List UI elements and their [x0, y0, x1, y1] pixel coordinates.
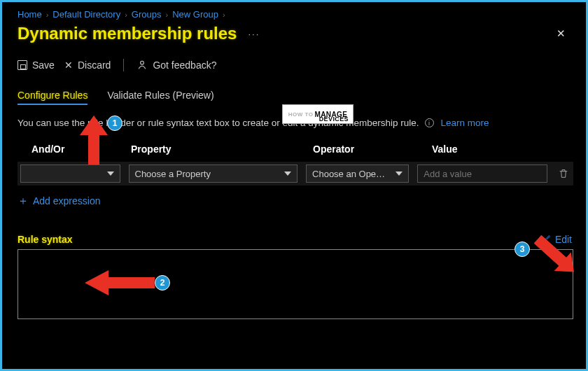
edit-syntax-button[interactable]: Edit	[542, 233, 572, 245]
chevron-down-icon	[396, 172, 402, 176]
breadcrumb: Home › Default Directory › Groups › New …	[18, 9, 573, 20]
info-icon[interactable]: i	[425, 118, 434, 127]
breadcrumb-item[interactable]: Default Directory	[52, 9, 120, 20]
save-label: Save	[32, 59, 55, 71]
header-value: Value	[432, 144, 572, 155]
watermark-logo: HOW TO MANAGE DEVICES	[282, 104, 354, 124]
breadcrumb-item[interactable]: New Group	[172, 9, 218, 20]
feedback-label: Got feedback?	[153, 59, 216, 71]
close-button[interactable]: ✕	[551, 24, 570, 43]
rule-syntax-textbox[interactable]	[18, 249, 573, 319]
header-andor: And/Or	[19, 144, 131, 155]
plus-icon: ＋	[18, 196, 29, 206]
header-operator: Operator	[313, 144, 432, 155]
logo-howto: HOW TO	[288, 111, 314, 118]
discard-button[interactable]: Discard	[64, 59, 111, 71]
add-expression-button[interactable]: ＋ Add expression	[18, 195, 573, 206]
discard-icon	[64, 59, 73, 71]
trash-icon	[558, 168, 569, 179]
feedback-icon	[136, 59, 148, 71]
add-expression-label: Add expression	[33, 195, 101, 206]
page-title: Dynamic membership rules	[18, 24, 237, 43]
rule-builder-row: Choose a Property Choose an Ope…	[18, 162, 573, 186]
discard-label: Discard	[78, 59, 111, 71]
breadcrumb-item[interactable]: Groups	[132, 9, 162, 20]
operator-select[interactable]: Choose an Ope…	[306, 164, 409, 183]
chevron-down-icon	[107, 172, 114, 176]
svg-point-0	[141, 61, 144, 64]
andor-select[interactable]	[20, 164, 120, 183]
value-input[interactable]	[417, 164, 547, 183]
chevron-right-icon: ›	[123, 10, 129, 19]
tab-validate-rules[interactable]: Validate Rules (Preview)	[107, 90, 214, 104]
rule-builder-header: And/Or Property Operator Value	[18, 144, 573, 155]
logo-devices: DEVICES	[319, 115, 349, 122]
delete-row-button[interactable]	[556, 166, 570, 181]
toolbar-divider	[123, 59, 124, 71]
property-value: Choose a Property	[135, 169, 211, 179]
header-property: Property	[131, 144, 313, 155]
rule-syntax-label: Rule syntax	[18, 234, 73, 245]
breadcrumb-item[interactable]: Home	[18, 9, 42, 20]
feedback-button[interactable]: Got feedback?	[136, 59, 216, 71]
tabs: Configure Rules Validate Rules (Preview)	[18, 90, 573, 104]
chevron-right-icon: ›	[45, 10, 50, 19]
toolbar: Save Discard Got feedback?	[18, 59, 573, 71]
description-text: You can use the rule builder or rule syn…	[18, 118, 419, 128]
property-select[interactable]: Choose a Property	[129, 164, 298, 183]
chevron-right-icon: ›	[221, 10, 227, 19]
save-button[interactable]: Save	[18, 59, 55, 71]
chevron-down-icon	[284, 172, 291, 176]
save-icon	[18, 60, 27, 70]
edit-label: Edit	[555, 234, 572, 245]
chevron-right-icon: ›	[164, 10, 169, 19]
operator-value: Choose an Ope…	[312, 169, 385, 179]
more-actions-icon[interactable]: ···	[248, 29, 260, 39]
learn-more-link[interactable]: Learn more	[441, 118, 489, 128]
tab-configure-rules[interactable]: Configure Rules	[18, 90, 88, 104]
pencil-icon	[542, 233, 552, 245]
